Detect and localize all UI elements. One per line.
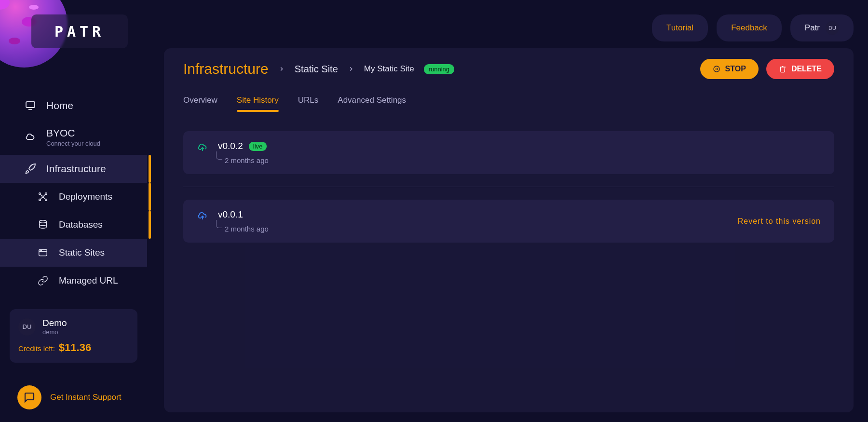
user-username: demo (42, 328, 67, 336)
sidebar-item-static-sites[interactable]: Static Sites (0, 239, 147, 267)
svg-point-16 (714, 66, 719, 72)
svg-line-9 (41, 198, 42, 199)
link-icon (37, 274, 49, 287)
svg-point-6 (45, 199, 47, 201)
main-panel: Infrastructure Static Site My Static Sit… (164, 48, 854, 412)
version-timestamp: 2 months ago (225, 156, 269, 164)
tabs: Overview Site History URLs Advanced Sett… (183, 91, 834, 112)
sidebar-item-managed-url[interactable]: Managed URL (0, 267, 147, 295)
chat-icon (17, 385, 41, 409)
user-name: Demo (42, 318, 67, 328)
live-badge: live (249, 142, 267, 151)
support-button[interactable]: Get Instant Support (17, 385, 121, 409)
tab-advanced-settings[interactable]: Advanced Settings (338, 91, 406, 112)
revert-button[interactable]: Revert to this version (738, 217, 821, 226)
svg-point-14 (40, 250, 41, 251)
rocket-icon (24, 163, 37, 175)
divider (183, 187, 834, 187)
brand-logo[interactable]: PATR (31, 14, 128, 48)
cloud-upload-icon (197, 142, 209, 154)
tab-overview[interactable]: Overview (183, 91, 217, 112)
version-row[interactable]: v0.0.2 live 2 months ago (183, 131, 834, 174)
sidebar-item-home[interactable]: Home (0, 92, 147, 120)
window-icon (37, 246, 49, 259)
svg-point-15 (41, 250, 41, 251)
trash-icon (779, 65, 787, 73)
chevron-right-icon (278, 66, 285, 72)
svg-point-11 (40, 220, 47, 223)
sidebar-item-label: BYOC (46, 127, 75, 138)
account-avatar: DU (826, 21, 839, 35)
version-name: v0.0.1 (218, 209, 243, 220)
sidebar-item-label: Databases (59, 219, 103, 230)
support-label: Get Instant Support (50, 393, 121, 402)
network-icon (37, 191, 49, 203)
brand-text: PATR (54, 23, 105, 40)
svg-line-10 (44, 198, 45, 199)
account-name: Patr (805, 23, 820, 33)
feedback-button[interactable]: Feedback (717, 14, 782, 41)
version-timestamp: 2 months ago (225, 225, 269, 233)
svg-point-2 (42, 196, 44, 198)
sidebar-item-label: Static Sites (59, 247, 105, 258)
sidebar-item-databases[interactable]: Databases (0, 211, 147, 239)
sidebar: Home BYOC Connect your cloud Infrastruct… (0, 92, 147, 363)
cloud-icon (24, 131, 37, 144)
account-menu[interactable]: Patr DU (790, 14, 854, 41)
sidebar-item-byoc[interactable]: BYOC Connect your cloud (0, 120, 147, 155)
stop-button[interactable]: STOP (700, 59, 759, 79)
svg-point-5 (39, 199, 41, 201)
credits-label: Credits left: (18, 344, 55, 353)
svg-point-4 (45, 193, 47, 195)
delete-button[interactable]: DELETE (766, 59, 834, 79)
credits-value: $11.36 (59, 341, 91, 354)
sidebar-item-label: Infrastructure (46, 163, 106, 175)
version-history: v0.0.2 live 2 months ago v0.0.1 2 months… (183, 131, 834, 243)
database-icon (37, 218, 49, 231)
version-name: v0.0.2 (218, 141, 243, 151)
chevron-right-icon (348, 66, 354, 72)
tab-urls[interactable]: URLs (298, 91, 319, 112)
breadcrumb-root[interactable]: Infrastructure (183, 61, 269, 77)
sidebar-item-label: Deployments (59, 191, 112, 202)
sidebar-item-deployments[interactable]: Deployments (0, 183, 147, 211)
pause-icon (713, 65, 720, 73)
svg-line-8 (44, 194, 45, 196)
sidebar-item-label: Home (46, 100, 73, 111)
user-card[interactable]: DU Demo demo Credits left: $11.36 (10, 309, 137, 363)
top-header: Tutorial Feedback Patr DU (652, 14, 854, 41)
sidebar-item-sublabel: Connect your cloud (46, 140, 100, 147)
breadcrumb-level2: My Static Site (364, 64, 414, 74)
sidebar-item-label: Managed URL (59, 275, 118, 286)
monitor-icon (24, 99, 37, 112)
svg-point-3 (39, 193, 41, 195)
version-row[interactable]: v0.0.1 2 months ago Revert to this versi… (183, 200, 834, 243)
status-badge: running (424, 64, 454, 74)
tutorial-button[interactable]: Tutorial (652, 14, 708, 41)
user-avatar: DU (18, 318, 36, 336)
tab-site-history[interactable]: Site History (237, 91, 279, 112)
cloud-upload-icon (197, 210, 209, 223)
sidebar-item-infrastructure[interactable]: Infrastructure (0, 155, 147, 183)
page-actions: STOP DELETE (700, 59, 834, 79)
breadcrumb-level1[interactable]: Static Site (295, 64, 338, 75)
svg-rect-0 (26, 102, 35, 108)
svg-line-7 (41, 194, 42, 196)
